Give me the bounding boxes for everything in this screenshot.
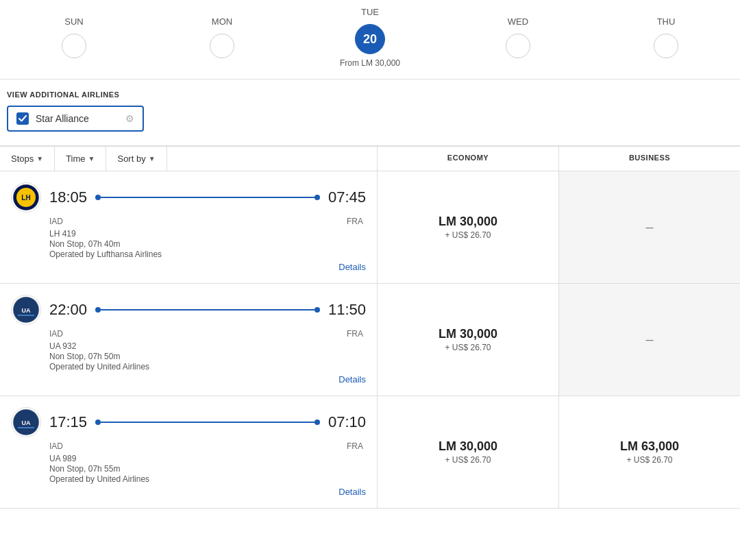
- time-label: Time: [66, 154, 85, 164]
- business-price-sub: + US$ 26.70: [626, 455, 672, 465]
- flight-operated-by: Operated by Lufthansa Airlines: [49, 249, 366, 259]
- flight-route: 22:00 11:50: [49, 301, 366, 319]
- route-dot-right: [314, 195, 320, 200]
- day-name: TUE: [361, 7, 379, 17]
- depart-airport: IAD: [49, 441, 63, 451]
- day-name: MON: [212, 16, 232, 27]
- stops-filter-button[interactable]: Stops ▼: [0, 147, 55, 171]
- flight-route: 17:15 07:10: [49, 413, 366, 431]
- additional-airlines-title: VIEW ADDITIONAL AIRLINES: [7, 90, 733, 99]
- day-circle[interactable]: [654, 34, 678, 58]
- business-header: BUSINESS: [558, 147, 740, 171]
- arrive-airport: FRA: [347, 441, 363, 451]
- sort-chevron-icon: ▼: [149, 155, 156, 162]
- business-price-dash: –: [645, 219, 653, 235]
- flight-meta: LH 419Non Stop, 07h 40mOperated by Lufth…: [49, 229, 366, 259]
- economy-price-cell[interactable]: LM 30,000+ US$ 26.70: [377, 171, 558, 283]
- calendar-day-mon[interactable]: MON: [148, 16, 296, 58]
- airport-codes-row: IAD FRA: [49, 217, 366, 226]
- star-alliance-checkbox[interactable]: [16, 112, 29, 125]
- day-circle[interactable]: 20: [355, 24, 385, 54]
- day-circle[interactable]: [210, 34, 234, 58]
- star-alliance-label: Star Alliance: [36, 113, 121, 124]
- arrive-time: 11:50: [328, 301, 366, 319]
- calendar-days: SUNMONTUE20From LM 30,000WEDTHU: [0, 7, 740, 68]
- route-line-bar: [101, 422, 314, 423]
- flight-meta: UA 932Non Stop, 07h 50mOperated by Unite…: [49, 341, 366, 372]
- airport-codes-row: IAD FRA: [49, 329, 366, 339]
- economy-price-main: LM 30,000: [439, 215, 497, 229]
- details-link[interactable]: Details: [338, 262, 366, 272]
- additional-airlines-section: VIEW ADDITIONAL AIRLINES Star Alliance ⚙: [0, 80, 740, 146]
- economy-price-main: LM 30,000: [439, 439, 497, 454]
- time-filter-button[interactable]: Time ▼: [55, 147, 106, 171]
- airline-logo: UA: [11, 295, 41, 325]
- day-circle[interactable]: [506, 34, 530, 58]
- day-name: THU: [657, 16, 676, 27]
- flight-route: 18:05 07:45: [49, 188, 366, 206]
- flight-rows: LH 18:05 07:45IAD FRALH 419Non Stop, 07h…: [0, 171, 740, 509]
- route-line: [95, 195, 320, 200]
- business-price-cell[interactable]: –: [558, 284, 740, 395]
- economy-price-main: LM 30,000: [439, 327, 497, 341]
- svg-text:UA: UA: [22, 307, 31, 314]
- calendar-day-sun[interactable]: SUN: [0, 16, 148, 58]
- economy-price-sub: + US$ 26.70: [445, 343, 491, 352]
- arrive-time: 07:10: [328, 413, 366, 431]
- day-circle[interactable]: [62, 34, 86, 58]
- details-link-wrapper: Details: [49, 487, 366, 497]
- depart-airport: IAD: [49, 217, 63, 226]
- calendar-day-tue[interactable]: TUE20From LM 30,000: [296, 7, 444, 68]
- flight-number: LH 419: [49, 229, 366, 239]
- depart-time: 17:15: [49, 413, 87, 431]
- day-name: SUN: [64, 16, 83, 27]
- calendar-section: SUNMONTUE20From LM 30,000WEDTHU: [0, 0, 740, 80]
- business-price-main: LM 63,000: [620, 439, 679, 454]
- calendar-day-thu[interactable]: THU: [592, 16, 740, 58]
- column-headers: ECONOMY BUSINESS: [377, 147, 740, 171]
- flight-stops: Non Stop, 07h 50m: [49, 352, 366, 361]
- arrive-airport: FRA: [347, 217, 363, 226]
- route-dot-right: [314, 419, 320, 425]
- star-alliance-checkbox-row[interactable]: Star Alliance ⚙: [7, 106, 144, 132]
- flight-operated-by: Operated by United Airlines: [49, 362, 366, 372]
- filters-row: Stops ▼ Time ▼ Sort by ▼ ECONOMY BUSINES…: [0, 146, 740, 171]
- route-dot-left: [95, 419, 101, 425]
- flight-top-row: UA 17:15 07:10: [11, 407, 366, 437]
- svg-text:UA: UA: [22, 419, 31, 426]
- economy-header: ECONOMY: [377, 147, 558, 171]
- airport-codes-row: IAD FRA: [49, 441, 366, 451]
- flight-info-1: UA 22:00 11:50IAD FRAUA 932Non Stop, 07h…: [0, 284, 377, 395]
- day-name: WED: [508, 16, 528, 27]
- flight-row: UA 22:00 11:50IAD FRAUA 932Non Stop, 07h…: [0, 284, 740, 396]
- flight-row: UA 17:15 07:10IAD FRAUA 989Non Stop, 07h…: [0, 396, 740, 509]
- details-link[interactable]: Details: [338, 374, 366, 385]
- details-link-wrapper: Details: [49, 262, 366, 272]
- economy-price-cell[interactable]: LM 30,000+ US$ 26.70: [377, 284, 558, 395]
- calendar-day-wed[interactable]: WED: [444, 16, 592, 58]
- settings-icon[interactable]: ⚙: [125, 113, 134, 124]
- route-line-bar: [101, 197, 314, 198]
- sort-label: Sort by: [117, 154, 145, 164]
- business-price-cell[interactable]: –: [558, 171, 740, 283]
- flight-stops: Non Stop, 07h 55m: [49, 464, 366, 474]
- sort-filter-button[interactable]: Sort by ▼: [106, 147, 166, 171]
- details-link[interactable]: Details: [338, 487, 366, 497]
- business-price-cell[interactable]: LM 63,000+ US$ 26.70: [558, 396, 740, 508]
- flight-info-2: UA 17:15 07:10IAD FRAUA 989Non Stop, 07h…: [0, 396, 377, 508]
- stops-chevron-icon: ▼: [36, 155, 43, 162]
- flight-operated-by: Operated by United Airlines: [49, 474, 366, 484]
- day-price: From LM 30,000: [340, 58, 400, 68]
- route-dot-left: [95, 307, 101, 313]
- flight-top-row: UA 22:00 11:50: [11, 295, 366, 325]
- flight-top-row: LH 18:05 07:45: [11, 182, 366, 212]
- flight-info-0: LH 18:05 07:45IAD FRALH 419Non Stop, 07h…: [0, 171, 377, 283]
- route-dot-left: [95, 195, 101, 200]
- airline-logo: LH: [11, 182, 41, 212]
- economy-price-cell[interactable]: LM 30,000+ US$ 26.70: [377, 396, 558, 508]
- arrive-airport: FRA: [347, 329, 363, 339]
- svg-text:LH: LH: [21, 194, 30, 202]
- route-line: [95, 307, 320, 313]
- stops-label: Stops: [11, 154, 34, 164]
- details-link-wrapper: Details: [49, 374, 366, 385]
